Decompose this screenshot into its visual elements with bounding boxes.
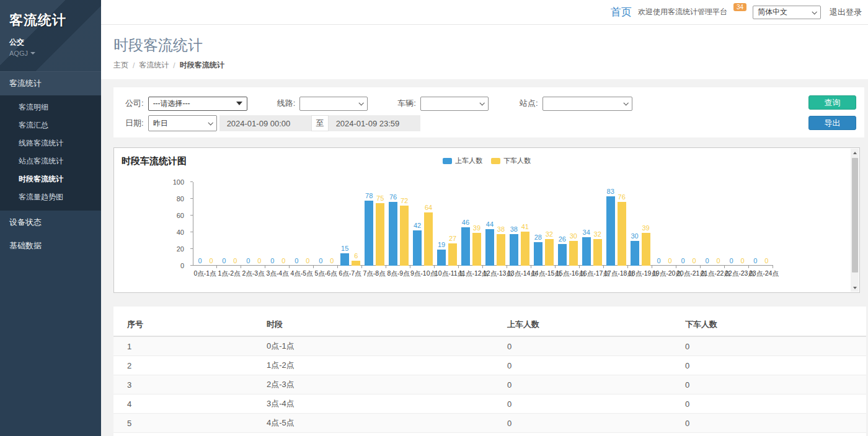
table-row: 21点-2点00 xyxy=(113,356,866,375)
bar-boarding: 19 xyxy=(437,241,446,266)
bar-boarding: 26 xyxy=(558,235,567,266)
table-cell: 5 xyxy=(113,414,253,433)
bar-value-label: 76 xyxy=(618,193,626,201)
chart-category: 00 xyxy=(314,182,339,266)
bar-value-label: 39 xyxy=(473,224,480,232)
bar-rect xyxy=(558,244,567,266)
station-label: 站点: xyxy=(520,98,538,109)
company-select[interactable]: ---请选择--- xyxy=(148,97,247,111)
bar-value-label: 0 xyxy=(657,257,661,264)
legend-boarding[interactable]: 上车人数 xyxy=(443,156,482,165)
x-axis-label: 22点-23点 xyxy=(725,269,749,278)
breadcrumb-separator: / xyxy=(133,61,135,70)
bar-alighting: 0 xyxy=(279,257,288,266)
chevron-down-icon xyxy=(208,120,213,125)
chart-category: 00 xyxy=(701,182,725,266)
line-select[interactable] xyxy=(299,97,368,111)
logout-link[interactable]: 退出登录 xyxy=(830,7,862,18)
bar-boarding: 0 xyxy=(268,257,277,266)
x-tick-mark xyxy=(241,266,265,268)
x-tick-mark xyxy=(531,266,556,268)
company-label: 公司: xyxy=(125,98,144,109)
x-axis-label: 5点-6点 xyxy=(314,269,338,278)
org-code-dropdown[interactable]: AQGJ xyxy=(9,50,92,57)
x-tick-mark xyxy=(556,266,580,268)
bar-value-label: 0 xyxy=(668,257,672,264)
language-select[interactable]: 简体中文 xyxy=(753,6,821,19)
table-row: 32点-3点00 xyxy=(113,375,866,395)
home-link[interactable]: 首页 xyxy=(611,5,632,19)
bar-boarding: 0 xyxy=(195,257,204,266)
chart-vertical-scrollbar[interactable] xyxy=(851,149,859,292)
sidebar-item-时段客流统计[interactable]: 时段客流统计 xyxy=(0,170,101,188)
x-tick-mark xyxy=(701,266,725,268)
bar-value-label: 30 xyxy=(631,232,639,240)
sidebar-item-客流量趋势图[interactable]: 客流量趋势图 xyxy=(0,188,101,206)
sidebar-section-基础数据[interactable]: 基础数据 xyxy=(0,234,101,258)
sidebar-section-客流统计[interactable]: 客流统计 xyxy=(0,71,101,95)
bar-alighting: 0 xyxy=(690,257,699,266)
table-cell: 0 xyxy=(494,414,671,433)
x-axis-label: 4点-5点 xyxy=(290,269,314,278)
legend-swatch-blue-icon xyxy=(443,158,452,164)
table-header-上车人数: 上车人数 xyxy=(494,314,671,336)
x-tick-mark xyxy=(410,266,435,268)
date-preset-select[interactable]: 昨日 xyxy=(148,115,217,131)
bar-alighting: 0 xyxy=(255,257,264,266)
legend-alighting[interactable]: 下车人数 xyxy=(491,156,531,165)
sidebar-item-站点客流统计[interactable]: 站点客流统计 xyxy=(0,152,101,170)
x-axis-label: 10点-11点 xyxy=(435,269,459,278)
bar-boarding: 30 xyxy=(631,232,639,266)
bar-value-label: 19 xyxy=(438,241,445,248)
bar-value-label: 32 xyxy=(594,230,601,238)
breadcrumb-item-客流统计[interactable]: 客流统计 xyxy=(139,60,169,71)
bar-value-label: 32 xyxy=(546,230,553,238)
chart-category: 4639 xyxy=(459,182,483,266)
chart-category: 7875 xyxy=(363,182,387,266)
chart-category: 2630 xyxy=(556,182,580,266)
table-cell: 1 xyxy=(113,336,253,356)
scrollbar-thumb[interactable] xyxy=(852,158,858,272)
legend-swatch-yellow-icon xyxy=(491,158,500,164)
sidebar-item-客流汇总[interactable]: 客流汇总 xyxy=(0,116,101,134)
notification-badge[interactable]: 34 xyxy=(733,3,746,11)
bar-value-label: 34 xyxy=(583,229,590,236)
bar-alighting: 0 xyxy=(303,257,312,266)
query-button[interactable]: 查询 xyxy=(808,95,856,110)
sidebar-logo-area: 客流统计 公交 AQGJ xyxy=(0,0,101,71)
scroll-down-icon[interactable] xyxy=(851,284,859,292)
bar-value-label: 0 xyxy=(705,257,709,264)
date-to-input[interactable]: 2024-01-09 23:59 xyxy=(329,115,420,131)
company-select-value: ---请选择--- xyxy=(153,98,190,109)
sidebar-item-客流明细[interactable]: 客流明细 xyxy=(0,98,101,116)
bar-rect xyxy=(376,203,384,266)
org-code-label: AQGJ xyxy=(9,50,28,57)
table-cell: 3点-4点 xyxy=(253,395,494,414)
x-tick-mark xyxy=(386,266,410,268)
bar-boarding: 34 xyxy=(582,229,591,266)
station-select[interactable] xyxy=(542,97,632,111)
org-name: 公交 xyxy=(9,37,92,48)
x-axis-label-text: 0点-1点 xyxy=(193,269,216,277)
bar-boarding: 0 xyxy=(316,257,325,266)
vehicle-select[interactable] xyxy=(420,97,489,111)
language-select-value: 简体中文 xyxy=(758,7,787,17)
export-button[interactable]: 导出 xyxy=(808,116,856,130)
x-tick-mark xyxy=(604,266,628,268)
x-tick-mark xyxy=(338,266,362,268)
x-axis-label-text: 2点-3点 xyxy=(242,269,264,277)
bar-value-label: 39 xyxy=(642,224,650,232)
bar-value-label: 0 xyxy=(319,257,322,264)
date-from-input[interactable]: 2024-01-09 00:00 xyxy=(219,115,311,131)
y-tick-label: 0 xyxy=(168,262,189,269)
x-tick-mark xyxy=(725,266,749,268)
chart-category: 4438 xyxy=(483,182,507,266)
filter-panel: 公司: ---请选择--- 线路: 车辆: 站点: xyxy=(113,87,864,137)
breadcrumb-item-主页[interactable]: 主页 xyxy=(113,60,128,71)
sidebar-section-设备状态[interactable]: 设备状态 xyxy=(0,211,101,234)
chart-category: 00 xyxy=(725,182,749,266)
scroll-up-icon[interactable] xyxy=(851,149,859,157)
bar-rect xyxy=(569,241,578,266)
sidebar-item-线路客流统计[interactable]: 线路客流统计 xyxy=(0,134,101,152)
chart-category: 3841 xyxy=(507,182,531,266)
